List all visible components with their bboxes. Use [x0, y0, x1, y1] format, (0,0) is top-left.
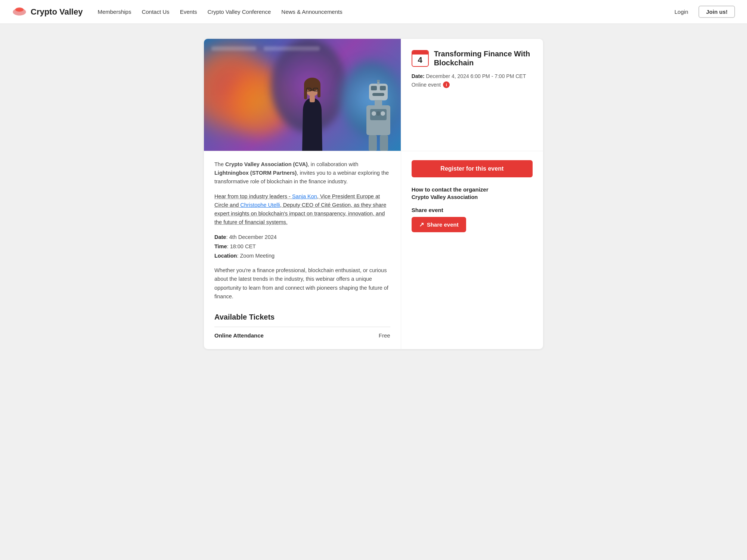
event-location-detail: Location: Zoom Meeting	[214, 251, 390, 261]
event-date-meta: Date: December 4, 2024 6:00 PM - 7:00 PM…	[412, 73, 533, 79]
site-logo[interactable]: Crypto Valley	[12, 6, 83, 18]
svg-rect-24	[380, 135, 388, 151]
location-label: Location	[214, 253, 237, 259]
organizer-heading: How to contact the organizer	[412, 186, 533, 193]
date-label: Date:	[412, 73, 425, 79]
event-info-sidebar: 4 Transforming Finance With Blockchain D…	[401, 39, 543, 151]
online-label: Online event	[412, 82, 441, 88]
login-button[interactable]: Login	[670, 6, 693, 17]
partner-name: Lightningbox (STORM Partners)	[214, 170, 297, 176]
image-text-blur-1	[211, 46, 256, 51]
ticket-row: Online Attendance Free	[214, 332, 390, 339]
event-card: 4 Transforming Finance With Blockchain D…	[204, 39, 543, 349]
info-icon[interactable]: i	[443, 81, 450, 88]
site-name: Crypto Valley	[31, 7, 83, 17]
event-image	[204, 39, 401, 151]
share-heading: Share event	[412, 207, 533, 213]
speakers-intro: Hear from top industry leaders -	[214, 193, 292, 199]
date-badge-month-bar	[412, 51, 428, 55]
svg-rect-12	[371, 86, 377, 90]
svg-point-20	[372, 111, 376, 116]
date-value2: : 4th December 2024	[226, 234, 276, 240]
organizer-section: How to contact the organizer Crypto Vall…	[412, 186, 533, 200]
nav-contact[interactable]: Contact Us	[142, 9, 169, 15]
speaker2-link[interactable]: Christophe Utelli	[240, 202, 280, 208]
nav-conference[interactable]: Crypto Valley Conference	[207, 9, 271, 15]
event-date-detail: Date: 4th December 2024	[214, 233, 390, 242]
svg-rect-17	[375, 100, 382, 105]
image-text-blur-2	[264, 46, 320, 51]
event-description: The Crypto Valley Association (CVA), in …	[214, 160, 390, 186]
svg-rect-23	[369, 135, 377, 151]
speakers-block: Hear from top industry leaders - Sanja K…	[214, 192, 390, 227]
location-value: : Zoom Meeting	[237, 253, 275, 259]
online-event-row: Online event i	[412, 81, 533, 88]
organizer-name: Crypto Valley Association	[412, 194, 533, 200]
org-name: Crypto Valley Association (CVA)	[225, 161, 308, 167]
nav-links: Memberships Contact Us Events Crypto Val…	[97, 9, 670, 15]
tickets-section: Available Tickets Online Attendance Free	[214, 307, 390, 339]
share-section: Share event ↗ Share event	[412, 207, 533, 232]
event-action-sidebar: Register for this event How to contact t…	[401, 151, 543, 349]
event-main-content: The Crypto Valley Association (CVA), in …	[204, 151, 401, 349]
svg-rect-5	[304, 84, 307, 99]
event-time-detail: Time: 18:00 CET	[214, 242, 390, 251]
share-button-label: Share event	[427, 221, 459, 228]
nav-memberships[interactable]: Memberships	[97, 9, 131, 15]
share-button[interactable]: ↗ Share event	[412, 217, 466, 232]
event-image-canvas	[204, 39, 401, 151]
svg-rect-6	[317, 84, 320, 97]
speaker-woman-figure	[295, 76, 329, 151]
ticket-name: Online Attendance	[214, 332, 264, 339]
share-icon: ↗	[419, 221, 424, 228]
page-content: 4 Transforming Finance With Blockchain D…	[198, 39, 549, 349]
desc-middle: , in collaboration with	[308, 161, 358, 167]
join-button[interactable]: Join us!	[698, 6, 735, 18]
event-date-badge: 4 Transforming Finance With Blockchain	[412, 49, 533, 67]
event-details: Date: 4th December 2024 Time: 18:00 CET …	[214, 233, 390, 260]
event-general-description: Whether you're a finance professional, b…	[214, 266, 390, 301]
nav-events[interactable]: Events	[180, 9, 197, 15]
register-button[interactable]: Register for this event	[412, 160, 533, 177]
event-body: The Crypto Valley Association (CVA), in …	[204, 151, 543, 349]
svg-point-21	[376, 111, 381, 116]
date-label2: Date	[214, 234, 226, 240]
desc-prefix: The	[214, 161, 225, 167]
event-title: Transforming Finance With Blockchain	[434, 49, 533, 67]
nav-news[interactable]: News & Announcements	[281, 9, 342, 15]
svg-point-22	[381, 111, 385, 116]
time-value: : 18:00 CET	[227, 243, 256, 249]
ticket-price: Free	[379, 332, 390, 339]
time-label: Time	[214, 243, 227, 249]
navbar: Crypto Valley Memberships Contact Us Eve…	[0, 0, 747, 24]
logo-icon	[12, 6, 27, 18]
date-badge-day: 4	[412, 55, 428, 66]
svg-rect-14	[372, 93, 384, 96]
event-top: 4 Transforming Finance With Blockchain D…	[204, 39, 543, 151]
svg-rect-13	[380, 86, 386, 90]
date-value: December 4, 2024 6:00 PM - 7:00 PM CET	[426, 73, 526, 79]
date-badge-box: 4	[412, 50, 429, 67]
speaker1-link[interactable]: Sanja Kon	[292, 193, 317, 199]
tickets-divider	[214, 327, 390, 327]
nav-actions: Login Join us!	[670, 6, 735, 18]
svg-rect-10	[310, 96, 315, 102]
tickets-title: Available Tickets	[214, 313, 390, 321]
svg-point-2	[15, 7, 24, 12]
speaker-robot-figure	[363, 80, 393, 151]
